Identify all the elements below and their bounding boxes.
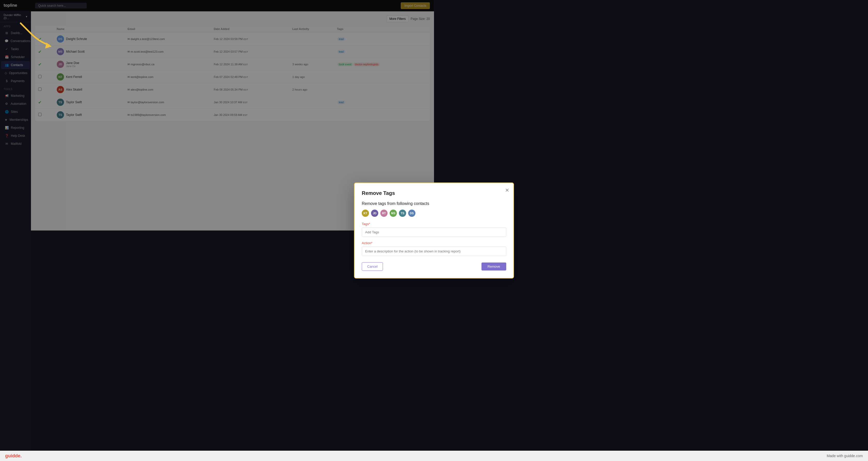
modal-contact-avatar: DS <box>408 210 415 217</box>
required-star: * <box>369 222 370 226</box>
contact-avatars-row: KTJDRTMSTSDS <box>362 210 434 217</box>
modal-contact-avatar: KT <box>362 210 369 217</box>
modal-contact-avatar: TS <box>399 210 406 217</box>
modal-contact-avatar: RT <box>380 210 388 217</box>
modal-title: Remove Tags <box>362 190 434 196</box>
modal-subtitle: Remove tags from following contacts <box>362 201 434 206</box>
remove-tags-modal: ✕ Remove Tags Remove tags from following… <box>354 183 434 230</box>
tags-input[interactable] <box>362 227 434 230</box>
modal-overlay[interactable]: ✕ Remove Tags Remove tags from following… <box>0 0 434 230</box>
modal-contact-avatar: JD <box>371 210 378 217</box>
tags-label: Tags* <box>362 222 434 226</box>
modal-contact-avatar: MS <box>390 210 397 217</box>
